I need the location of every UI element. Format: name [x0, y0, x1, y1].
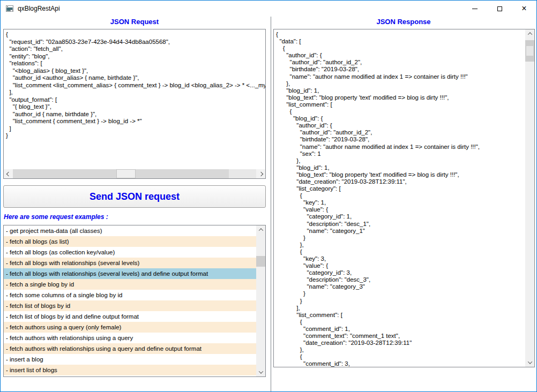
response-vertical-scrollbar[interactable]	[525, 29, 534, 367]
horizontal-scroll-thumb[interactable]	[116, 169, 136, 178]
request-horizontal-scrollbar[interactable]	[4, 169, 265, 178]
close-button[interactable]: ×	[512, 1, 536, 17]
chevron-up-icon	[527, 32, 532, 36]
examples-vertical-scrollbar[interactable]	[256, 225, 265, 376]
vertical-scroll-thumb[interactable]	[256, 256, 265, 267]
json-request-text[interactable]: { "request_id": "02aa8503-23e7-423e-94d4…	[4, 29, 265, 140]
json-response-viewer[interactable]: { "data": [ { "author_id": { "author_id"…	[273, 29, 535, 367]
request-examples-list[interactable]: - get project meta-data (all classes) - …	[3, 225, 266, 377]
examples-label: Here are some request examples :	[4, 213, 108, 221]
scroll-right-arrow[interactable]	[256, 169, 265, 178]
example-item[interactable]: - insert a blog	[4, 354, 256, 365]
json-response-header: JSON Response	[273, 18, 534, 26]
chevron-down-icon	[258, 369, 263, 373]
example-item[interactable]: - fetch authors with relationships using…	[4, 343, 256, 354]
minimize-icon	[472, 9, 478, 9]
example-item-selected[interactable]: - fetch all blogs with relationships (se…	[4, 268, 256, 279]
json-request-editor[interactable]: { "request_id": "02aa8503-23e7-423e-94d4…	[3, 29, 266, 179]
minimize-button[interactable]	[463, 1, 487, 17]
app-icon	[5, 4, 14, 13]
vertical-scroll-thumb[interactable]	[525, 40, 534, 62]
example-item[interactable]: - get project meta-data (all classes)	[4, 225, 256, 236]
chevron-left-icon	[6, 171, 10, 176]
scroll-down-arrow[interactable]	[256, 368, 265, 376]
example-item[interactable]: - fetch some columns of a single blog by…	[4, 290, 256, 300]
example-item[interactable]: - fetch all blogs (as collection key/val…	[4, 247, 256, 258]
close-icon: ×	[521, 4, 526, 13]
scroll-up-arrow[interactable]	[256, 225, 265, 234]
scroll-up-arrow[interactable]	[525, 29, 534, 38]
example-item[interactable]: - fetch all blogs (as list)	[4, 236, 256, 247]
chevron-down-icon	[527, 359, 532, 364]
scroll-thumb-detail	[526, 46, 533, 56]
maximize-icon	[497, 6, 502, 11]
json-request-header: JSON Request	[3, 18, 266, 26]
chevron-up-icon	[258, 228, 263, 232]
example-item[interactable]: - fetch a single blog by id	[4, 279, 256, 290]
json-response-text[interactable]: { "data": [ { "author_id": { "author_id"…	[274, 29, 524, 367]
example-item[interactable]: - fetch authors using a query (only fema…	[4, 322, 256, 333]
scroll-down-arrow[interactable]	[525, 358, 534, 367]
example-item[interactable]: - fetch list of blogs by id and define o…	[4, 311, 256, 322]
examples-rows: - get project meta-data (all classes) - …	[4, 225, 256, 375]
window-title: qxBlogRestApi	[18, 5, 60, 12]
example-item[interactable]: - fetch authors with relationships using…	[4, 333, 256, 343]
scroll-left-arrow[interactable]	[4, 169, 13, 178]
titlebar[interactable]: qxBlogRestApi ×	[1, 1, 536, 17]
example-item[interactable]: - insert list of blogs	[4, 365, 256, 375]
example-item[interactable]: - fetch list of blogs by id	[4, 300, 256, 311]
app-window: qxBlogRestApi × JSON Request JSON Respon…	[0, 0, 537, 392]
maximize-button[interactable]	[487, 1, 512, 17]
send-json-request-button[interactable]: Send JSON request	[3, 185, 266, 208]
panel-divider	[271, 17, 271, 392]
scrollbar-track-segment[interactable]	[229, 169, 256, 178]
example-item[interactable]: - fetch all blogs with relationships (se…	[4, 258, 256, 268]
chevron-right-icon	[258, 171, 263, 176]
